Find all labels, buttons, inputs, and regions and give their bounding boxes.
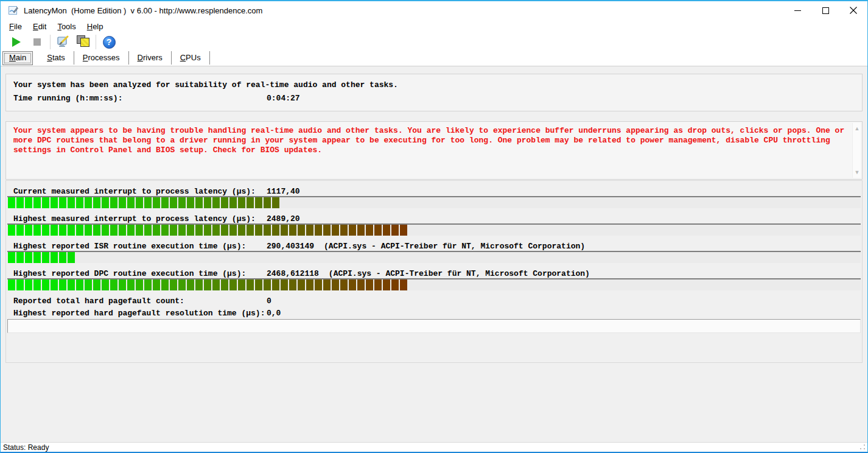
scroll-down-icon[interactable]: ▼ bbox=[853, 168, 861, 177]
warning-scrollbar[interactable]: ▲ ▼ bbox=[852, 123, 861, 178]
status-text: Status: Ready bbox=[3, 443, 49, 452]
highest-latency-value: 2489,20 bbox=[267, 214, 300, 223]
highest-latency-label: Highest measured interrupt to process la… bbox=[13, 214, 256, 223]
highest-latency-bar bbox=[7, 223, 861, 236]
minimize-icon bbox=[794, 7, 801, 14]
current-latency-bar bbox=[7, 196, 861, 208]
isr-time-label: Highest reported ISR routine execution t… bbox=[13, 242, 246, 251]
warning-text: Your system appears to be having trouble… bbox=[13, 126, 846, 155]
dpc-time-bar bbox=[7, 278, 861, 290]
options-button[interactable] bbox=[55, 34, 72, 50]
tab-drivers[interactable]: Drivers bbox=[129, 51, 172, 65]
isr-time-value: 290,403149 bbox=[267, 242, 314, 251]
pagefault-count-row: Reported total hard pagefault count: 0 bbox=[6, 297, 862, 307]
current-latency-value: 1117,40 bbox=[267, 187, 300, 196]
stop-icon bbox=[33, 38, 41, 46]
copy-icon bbox=[75, 35, 90, 49]
window-controls bbox=[783, 1, 867, 19]
maximize-icon bbox=[822, 7, 829, 14]
menu-tools[interactable]: Tools bbox=[52, 21, 81, 32]
toolbar-separator bbox=[96, 35, 96, 49]
pagefault-count-label: Reported total hard pagefault count: bbox=[13, 297, 184, 306]
tools-icon bbox=[56, 35, 71, 49]
minimize-button[interactable] bbox=[783, 1, 811, 19]
current-latency-label: Current measured interrupt to process la… bbox=[13, 187, 256, 196]
latencymon-window: LatencyMon (Home Edition ) v 6.00 - http… bbox=[0, 0, 868, 453]
tab-strip: Main Stats Processes Drivers CPUs bbox=[1, 51, 867, 66]
dpc-time-value: 2468,612118 bbox=[267, 269, 319, 278]
pagefault-time-label: Highest reported hard pagefault resoluti… bbox=[13, 309, 265, 318]
menu-file[interactable]: File bbox=[4, 21, 27, 32]
play-icon bbox=[12, 37, 21, 47]
dpc-time-label: Highest reported DPC routine execution t… bbox=[13, 269, 246, 278]
stop-monitor-button[interactable] bbox=[29, 34, 46, 50]
toolbar: ? bbox=[1, 33, 867, 51]
window-title: LatencyMon (Home Edition ) v 6.00 - http… bbox=[24, 6, 262, 15]
tab-stats[interactable]: Stats bbox=[38, 51, 74, 65]
tab-processes[interactable]: Processes bbox=[74, 51, 129, 65]
time-running-row: Time running (h:mm:ss): 0:04:27 bbox=[6, 94, 862, 105]
menu-edit[interactable]: Edit bbox=[27, 21, 52, 32]
main-tab-content: Your system has been analyzed for suitab… bbox=[1, 66, 867, 443]
start-monitor-button[interactable] bbox=[8, 34, 25, 50]
pagefault-time-row: Highest reported hard pagefault resoluti… bbox=[6, 309, 862, 320]
copy-report-button[interactable] bbox=[74, 34, 91, 50]
summary-box: Your system has been analyzed for suitab… bbox=[5, 74, 863, 111]
tab-main[interactable]: Main bbox=[2, 51, 33, 65]
pagefault-count-value: 0 bbox=[267, 297, 271, 306]
resize-grip[interactable] bbox=[859, 444, 866, 450]
status-bar: Status: Ready bbox=[1, 442, 867, 452]
warning-box: Your system appears to be having trouble… bbox=[5, 121, 863, 180]
close-button[interactable] bbox=[839, 1, 867, 19]
pagefault-time-value: 0,0 bbox=[267, 309, 281, 318]
time-running-value: 0:04:27 bbox=[267, 94, 300, 103]
isr-time-detail: (ACPI.sys - ACPI-Treiber für NT, Microso… bbox=[324, 242, 585, 251]
help-icon: ? bbox=[103, 36, 116, 49]
help-button[interactable]: ? bbox=[100, 34, 117, 50]
tab-cpus[interactable]: CPUs bbox=[172, 51, 210, 65]
pagefault-bar-empty bbox=[7, 319, 861, 333]
measurements-panel: Current measured interrupt to process la… bbox=[5, 180, 863, 363]
dpc-time-detail: (ACPI.sys - ACPI-Treiber für NT, Microso… bbox=[329, 269, 590, 278]
close-icon bbox=[850, 7, 857, 14]
time-running-label: Time running (h:mm:ss): bbox=[13, 94, 122, 103]
menu-help[interactable]: Help bbox=[82, 21, 109, 32]
scroll-up-icon[interactable]: ▲ bbox=[853, 124, 861, 133]
title-bar: LatencyMon (Home Edition ) v 6.00 - http… bbox=[1, 1, 867, 19]
analysis-summary-text: Your system has been analyzed for suitab… bbox=[13, 80, 398, 90]
isr-time-bar bbox=[7, 251, 861, 263]
maximize-button[interactable] bbox=[811, 1, 839, 19]
toolbar-separator bbox=[50, 35, 51, 49]
menu-bar: File Edit Tools Help bbox=[1, 19, 867, 33]
app-icon bbox=[8, 5, 19, 16]
